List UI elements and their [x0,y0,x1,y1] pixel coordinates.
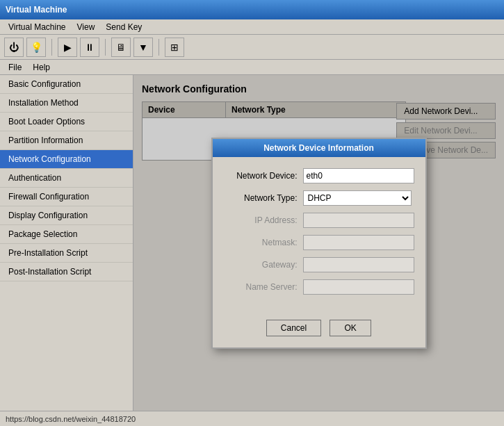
gateway-row: Gateway: [227,257,412,272]
menubar-bottom: File Help [0,60,504,75]
main-area: Basic Configuration Installation Method … [0,75,504,411]
dropdown-button[interactable]: ▼ [133,38,153,57]
ip-address-input[interactable] [303,213,414,228]
sidebar-item-partition-information[interactable]: Partition Information [0,131,133,150]
menu-virtualmachine[interactable]: Virtual Machine [3,21,72,33]
sidebar-item-package-selection[interactable]: Package Selection [0,225,133,244]
menu-file[interactable]: File [3,61,27,74]
network-type-select[interactable]: DHCP Static [303,190,412,206]
sidebar-item-boot-loader-options[interactable]: Boot Loader Options [0,113,133,131]
ok-button[interactable]: OK [330,320,371,336]
settings-button[interactable]: 💡 [26,38,46,57]
titlebar-text: Virtual Machine [6,5,67,15]
name-server-label: Name Server: [227,282,303,292]
screenshot-button[interactable]: 🖥 [111,38,131,57]
titlebar: Virtual Machine [0,0,504,19]
toolbar-sep-2 [105,39,106,56]
network-device-input[interactable] [303,168,414,183]
netmask-label: Netmask: [227,238,303,247]
ip-address-label: IP Address: [227,215,303,225]
menu-sendkey[interactable]: Send Key [100,21,147,33]
cancel-button[interactable]: Cancel [266,320,321,336]
sidebar: Basic Configuration Installation Method … [0,75,133,411]
pause-button[interactable]: ⏸ [80,38,99,57]
sidebar-item-basic-configuration[interactable]: Basic Configuration [0,75,133,94]
play-button[interactable]: ▶ [58,38,77,57]
network-type-label: Network Type: [227,193,303,203]
toolbar-sep-1 [51,39,52,56]
sidebar-item-authentication[interactable]: Authentication [0,169,133,188]
network-device-label: Network Device: [227,171,303,181]
sidebar-item-firewall-configuration[interactable]: Firewall Configuration [0,188,133,206]
netmask-row: Netmask: [227,235,412,250]
toolbar: ⏻ 💡 ▶ ⏸ 🖥 ▼ ⊞ [0,35,504,60]
statusbar: https://blog.csdn.net/weixin_44818720 [0,411,504,426]
name-server-row: Name Server: [227,279,412,295]
sidebar-item-network-configuration[interactable]: Network Configuration [0,150,133,169]
fullscreen-button[interactable]: ⊞ [165,38,184,57]
sidebar-item-installation-method[interactable]: Installation Method [0,94,133,113]
sidebar-item-display-configuration[interactable]: Display Configuration [0,206,133,225]
network-device-info-dialog: Network Device Information Network Devic… [211,138,427,349]
network-device-row: Network Device: [227,168,412,183]
network-type-row: Network Type: DHCP Static [227,190,412,206]
modal-buttons: Cancel OK [213,313,425,347]
menu-help[interactable]: Help [27,61,56,74]
menu-view[interactable]: View [72,21,101,33]
toolbar-sep-3 [158,39,159,56]
menubar-top: Virtual Machine View Send Key [0,19,504,35]
gateway-label: Gateway: [227,260,303,270]
statusbar-text: https://blog.csdn.net/weixin_44818720 [6,415,136,423]
content-panel: Network Configuration Device Network Typ… [133,75,504,411]
gateway-input[interactable] [303,257,414,272]
modal-title: Network Device Information [213,139,425,157]
power-button[interactable]: ⏻ [4,38,24,57]
name-server-input[interactable] [303,279,414,295]
sidebar-item-pre-installation-script[interactable]: Pre-Installation Script [0,244,133,263]
modal-body: Network Device: Network Type: DHCP Stati… [213,157,425,313]
netmask-input[interactable] [303,235,414,250]
sidebar-item-post-installation-script[interactable]: Post-Installation Script [0,263,133,281]
modal-overlay: Network Device Information Network Devic… [133,75,504,411]
ip-address-row: IP Address: [227,213,412,228]
